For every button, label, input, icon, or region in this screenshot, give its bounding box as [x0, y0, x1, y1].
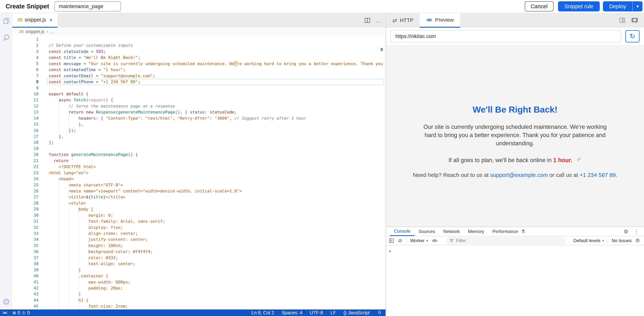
phone-link[interactable]: +1 234 567 89: [580, 172, 616, 178]
indentation-setting[interactable]: Spaces: 4: [282, 310, 302, 315]
search-button[interactable]: [2, 34, 10, 42]
code-line[interactable]: 13 return new Response(generateMaintenan…: [12, 109, 386, 115]
cancel-button[interactable]: Cancel: [525, 1, 554, 12]
explorer-button[interactable]: [2, 18, 10, 26]
breadcrumb-file[interactable]: snippet.js: [26, 29, 44, 34]
code-line[interactable]: 36 background-color: #f4f4f4;: [12, 249, 386, 255]
code-line[interactable]: 40 .container {: [12, 273, 386, 279]
split-editor-icon[interactable]: [364, 17, 370, 24]
code-line[interactable]: 6const estimatedTime = "1 hour";: [12, 67, 386, 73]
context-selector[interactable]: Worker ▾: [410, 238, 428, 243]
code-line[interactable]: 45 font-size: 2rem;: [12, 303, 386, 309]
line-number: 16: [12, 128, 38, 134]
code-line[interactable]: 37 color: #333;: [12, 255, 386, 261]
support-email-link[interactable]: support@example.com: [490, 172, 548, 178]
code-line[interactable]: 28 <style>: [12, 200, 386, 206]
devtools-tab-network[interactable]: Network: [439, 227, 464, 236]
code-line[interactable]: 9: [12, 85, 386, 91]
line-number: 12: [12, 103, 38, 109]
problems-indicator[interactable]: ⊗ 0 ⚠ 0: [12, 310, 30, 315]
devtools-tab-sources[interactable]: Sources: [414, 227, 439, 236]
code-line[interactable]: 3const statusCode = 503;: [12, 49, 386, 55]
code-line[interactable]: 8const contactPhone = "+1 234 567 89";: [12, 79, 386, 85]
code-line[interactable]: 42 padding: 20px;: [12, 285, 386, 291]
code-line[interactable]: 35 height: 100vh;: [12, 243, 386, 249]
issues-counter[interactable]: No Issues: [612, 238, 632, 243]
tab-http[interactable]: ⇄ HTTP: [386, 13, 420, 28]
cursor-position[interactable]: Ln 8, Col 2: [252, 310, 274, 315]
console-sidebar-icon[interactable]: [389, 238, 394, 243]
deploy-dropdown-button[interactable]: ▾: [633, 4, 642, 9]
code-line[interactable]: 15 },: [12, 121, 386, 127]
code-line[interactable]: 12 // Serve the maintenance page as a re…: [12, 103, 386, 109]
devtools-tab-console[interactable]: Console: [390, 227, 414, 236]
code-line[interactable]: 32 display: flex;: [12, 225, 386, 230]
code-line[interactable]: 10export default {: [12, 91, 386, 97]
code-line[interactable]: 34 justify-content: center;: [12, 236, 386, 242]
code-line[interactable]: 16 });: [12, 128, 386, 134]
breadcrumb[interactable]: JS snippet.js › …: [12, 28, 386, 36]
code-line[interactable]: 25 <meta charset="UTF-8">: [12, 182, 386, 188]
close-tab-icon[interactable]: ×: [49, 17, 52, 23]
bell-icon[interactable]: [377, 310, 382, 315]
code-line[interactable]: 30 margin: 0;: [12, 212, 386, 218]
language-mode[interactable]: {} JavaScript: [344, 310, 370, 315]
console-output[interactable]: ›: [386, 245, 644, 316]
encoding-setting[interactable]: UTF-8: [310, 310, 323, 315]
clear-console-icon[interactable]: ⊘: [398, 238, 402, 243]
code-line[interactable]: 31 font-family: Arial, sans-serif;: [12, 218, 386, 224]
code-line[interactable]: 33 align-items: center;: [12, 230, 386, 236]
code-line[interactable]: 21 return `: [12, 158, 386, 164]
code-line[interactable]: 29 body {: [12, 206, 386, 212]
code-line[interactable]: 23<html lang="en">: [12, 170, 386, 176]
deploy-button[interactable]: Deploy: [603, 3, 632, 10]
console-filter-input[interactable]: Filter: [446, 237, 566, 244]
reload-icon: ↻: [630, 32, 635, 40]
eol-setting[interactable]: LF: [330, 310, 336, 315]
code-line[interactable]: 5const message = "Our site is currently …: [12, 61, 386, 67]
remote-indicator[interactable]: ><: [2, 310, 7, 315]
code-line[interactable]: 19: [12, 146, 386, 152]
code-line[interactable]: 18};: [12, 140, 386, 145]
code-line[interactable]: 2// Define your customizable inputs: [12, 43, 386, 49]
console-settings-icon[interactable]: ⚙: [636, 238, 640, 243]
code-line[interactable]: 24 <head>: [12, 176, 386, 182]
code-line[interactable]: 11 async fetch(request) {: [12, 97, 386, 103]
code-line[interactable]: 27 <title>${title}</title>: [12, 194, 386, 200]
devtools-tab-memory[interactable]: Memory: [464, 227, 488, 236]
code-line[interactable]: 14 headers: { "Content-Type": "text/html…: [12, 115, 386, 121]
code-line[interactable]: 1: [12, 37, 386, 43]
tab-preview[interactable]: Preview: [420, 13, 460, 28]
url-input[interactable]: [390, 30, 621, 43]
kebab-menu-icon[interactable]: ⋮: [634, 228, 639, 235]
code-line[interactable]: 17 },: [12, 134, 386, 140]
docs-book-icon[interactable]: [618, 17, 626, 24]
settings-button[interactable]: ⚙: [2, 297, 10, 306]
devtools-settings-icon[interactable]: ⚙: [624, 228, 628, 235]
discord-icon[interactable]: [631, 17, 638, 24]
preview-tabs-spacer: [460, 13, 618, 28]
code-line[interactable]: 20function generateMaintenancePage() {: [12, 152, 386, 158]
status-bar: >< ⊗ 0 ⚠ 0 Ln 8, Col 2 Spaces: 4 UTF-8 L…: [0, 309, 386, 316]
code-line[interactable]: 44 h1 {: [12, 297, 386, 303]
more-actions-icon[interactable]: …: [376, 17, 382, 24]
snippet-name-input[interactable]: [54, 1, 121, 12]
log-levels-dropdown[interactable]: Default levels ▾: [573, 238, 604, 243]
code-line[interactable]: 38 text-align: center;: [12, 261, 386, 267]
reload-button[interactable]: ↻: [625, 30, 640, 43]
code-line[interactable]: 41 max-width: 600px;: [12, 279, 386, 285]
code-line[interactable]: 4const title = "We'll Be Right Back!";: [12, 55, 386, 61]
code-line[interactable]: 43 }: [12, 291, 386, 297]
code-line[interactable]: 39 }: [12, 267, 386, 273]
snippet-rule-button[interactable]: Snippet rule: [558, 1, 600, 12]
console-prompt[interactable]: ›: [389, 248, 391, 254]
scrollbar-thumb[interactable]: [380, 48, 383, 51]
code-line[interactable]: 22 <!DOCTYPE html>: [12, 164, 386, 170]
code-line[interactable]: 26 <meta name="viewport" content="width=…: [12, 188, 386, 194]
devtools-tab-performance[interactable]: Performance⚗: [488, 227, 529, 236]
tab-snippet-js[interactable]: JS snippet.js ×: [12, 13, 57, 28]
breadcrumb-symbol[interactable]: …: [50, 29, 55, 34]
code-line[interactable]: 7const contactEmail = "support@example.c…: [12, 73, 386, 79]
live-expression-eye-icon[interactable]: [432, 238, 438, 244]
code-editor[interactable]: 12// Define your customizable inputs3con…: [12, 36, 386, 309]
